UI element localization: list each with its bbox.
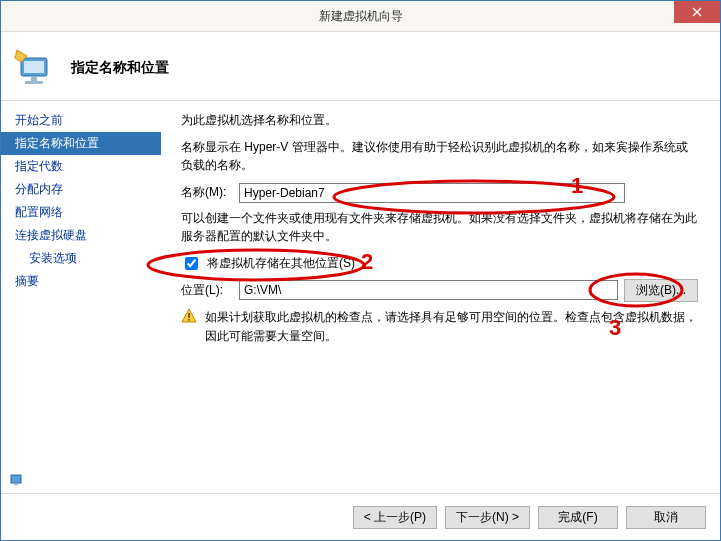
warning-row: 如果计划获取此虚拟机的检查点，请选择具有足够可用空间的位置。检查点包含虚拟机数据…: [181, 308, 698, 345]
warning-icon: [181, 308, 197, 324]
store-other-location-checkbox[interactable]: [185, 257, 198, 270]
sidebar-item-summary[interactable]: 摘要: [1, 270, 161, 293]
svg-rect-11: [11, 475, 21, 483]
desc-location: 可以创建一个文件夹或使用现有文件夹来存储虚拟机。如果没有选择文件夹，虚拟机将存储…: [181, 209, 698, 246]
sidebar-item-generation[interactable]: 指定代数: [1, 155, 161, 178]
sidebar-item-network[interactable]: 配置网络: [1, 201, 161, 224]
wizard-main: 为此虚拟机选择名称和位置。 名称显示在 Hyper-V 管理器中。建议你使用有助…: [161, 101, 720, 493]
finish-button[interactable]: 完成(F): [538, 506, 618, 529]
warning-text: 如果计划获取此虚拟机的检查点，请选择具有足够可用空间的位置。检查点包含虚拟机数据…: [205, 308, 698, 345]
wizard-footer: < 上一步(P) 下一步(N) > 完成(F) 取消: [1, 493, 720, 540]
wizard-heading: 指定名称和位置: [71, 59, 169, 77]
vm-name-input[interactable]: [239, 183, 625, 203]
cancel-button[interactable]: 取消: [626, 506, 706, 529]
wizard-window: 新建虚拟机向导 指定名称和位置 开始之前 指定名称和位置 指定代数 分配内存 配…: [0, 0, 721, 541]
name-row: 名称(M):: [181, 183, 698, 203]
location-row: 位置(L): 浏览(B)...: [181, 279, 698, 302]
store-other-location-row: 将虚拟机存储在其他位置(S): [181, 254, 698, 273]
desc-name: 名称显示在 Hyper-V 管理器中。建议你使用有助于轻松识别此虚拟机的名称，如…: [181, 138, 698, 175]
next-button[interactable]: 下一步(N) >: [445, 506, 530, 529]
close-icon: [692, 7, 702, 17]
sidebar-item-vhd[interactable]: 连接虚拟硬盘: [1, 224, 161, 247]
sidebar-item-memory[interactable]: 分配内存: [1, 178, 161, 201]
svg-rect-3: [25, 81, 43, 84]
window-title: 新建虚拟机向导: [1, 8, 720, 25]
sidebar-item-before-start[interactable]: 开始之前: [1, 109, 161, 132]
sidebar-item-name-location[interactable]: 指定名称和位置: [1, 132, 161, 155]
svg-rect-12: [14, 483, 18, 485]
browse-button[interactable]: 浏览(B)...: [624, 279, 698, 302]
svg-rect-6: [188, 313, 190, 318]
location-label: 位置(L):: [181, 282, 233, 299]
titlebar: 新建虚拟机向导: [1, 1, 720, 32]
wizard-sidebar: 开始之前 指定名称和位置 指定代数 分配内存 配置网络 连接虚拟硬盘 安装选项 …: [1, 101, 161, 493]
svg-rect-7: [188, 319, 190, 321]
location-input[interactable]: [239, 280, 618, 300]
wizard-icon: [13, 46, 57, 90]
intro-text: 为此虚拟机选择名称和位置。: [181, 111, 698, 130]
store-other-location-label: 将虚拟机存储在其他位置(S): [207, 255, 355, 272]
svg-rect-1: [24, 61, 44, 73]
corner-icon: [9, 472, 25, 488]
wizard-body: 开始之前 指定名称和位置 指定代数 分配内存 配置网络 连接虚拟硬盘 安装选项 …: [1, 101, 720, 493]
wizard-header: 指定名称和位置: [1, 32, 720, 101]
close-button[interactable]: [674, 1, 720, 23]
sidebar-item-install-options[interactable]: 安装选项: [1, 247, 161, 270]
prev-button[interactable]: < 上一步(P): [353, 506, 437, 529]
svg-rect-2: [31, 76, 37, 81]
name-label: 名称(M):: [181, 184, 233, 201]
